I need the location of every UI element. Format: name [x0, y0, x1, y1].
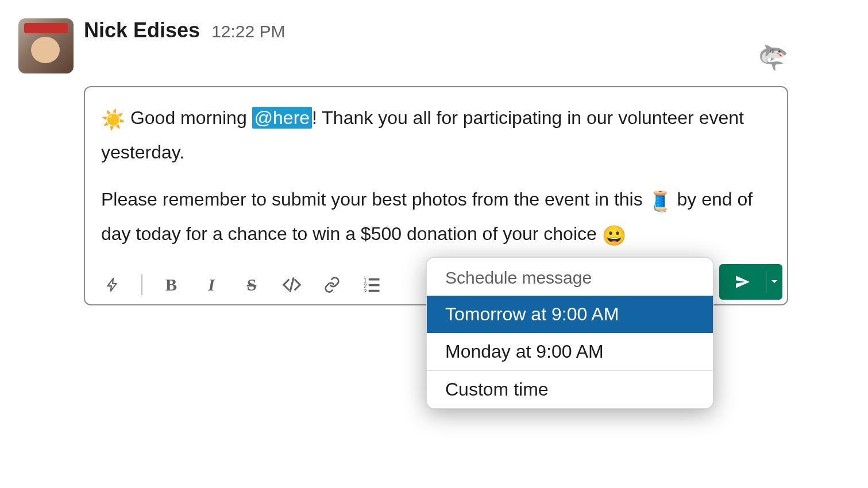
shark-icon: 🦈	[84, 46, 788, 70]
link-icon	[323, 276, 341, 293]
send-icon	[734, 273, 752, 291]
schedule-option-tomorrow[interactable]: Tomorrow at 9:00 AM	[427, 296, 713, 333]
thread-icon: 🧵	[648, 190, 672, 212]
avatar[interactable]	[18, 18, 74, 73]
chevron-down-icon	[771, 278, 778, 285]
code-icon	[282, 277, 302, 292]
sun-icon: ☀️	[101, 109, 125, 130]
timestamp: 12:22 PM	[211, 22, 285, 41]
send-options-button[interactable]	[766, 264, 782, 300]
mention-here[interactable]: @here	[252, 107, 313, 129]
send-button[interactable]	[719, 264, 766, 300]
strikethrough-button[interactable]: S	[240, 273, 263, 296]
shortcuts-button[interactable]	[101, 273, 124, 296]
svg-rect-3	[369, 284, 380, 286]
schedule-menu: Schedule message Tomorrow at 9:00 AM Mon…	[426, 257, 713, 409]
italic-button[interactable]: I	[200, 273, 223, 296]
message-header: Nick Edises 12:22 PM	[84, 18, 788, 42]
svg-rect-1	[369, 278, 380, 281]
svg-rect-5	[369, 290, 380, 292]
link-button[interactable]	[321, 273, 344, 296]
text-fragment: Good morning	[125, 107, 252, 128]
schedule-menu-header: Schedule message	[427, 258, 713, 296]
toolbar-separator	[141, 274, 142, 295]
username[interactable]: Nick Edises	[84, 18, 200, 42]
text-fragment: Please remember to submit your best phot…	[101, 189, 648, 210]
send-button-group	[719, 264, 782, 300]
svg-text:3: 3	[364, 289, 367, 292]
smile-icon: 😀	[602, 224, 626, 246]
schedule-option-monday[interactable]: Monday at 9:00 AM	[427, 333, 713, 370]
composer-text[interactable]: ☀️ Good morning @here! Thank you all for…	[101, 102, 771, 253]
ordered-list-icon: 123	[364, 277, 381, 292]
code-button[interactable]	[280, 273, 303, 296]
schedule-option-custom[interactable]: Custom time	[427, 371, 713, 408]
ordered-list-button[interactable]: 123	[361, 273, 384, 296]
lightning-icon	[105, 276, 120, 293]
bold-button[interactable]: B	[160, 273, 183, 296]
